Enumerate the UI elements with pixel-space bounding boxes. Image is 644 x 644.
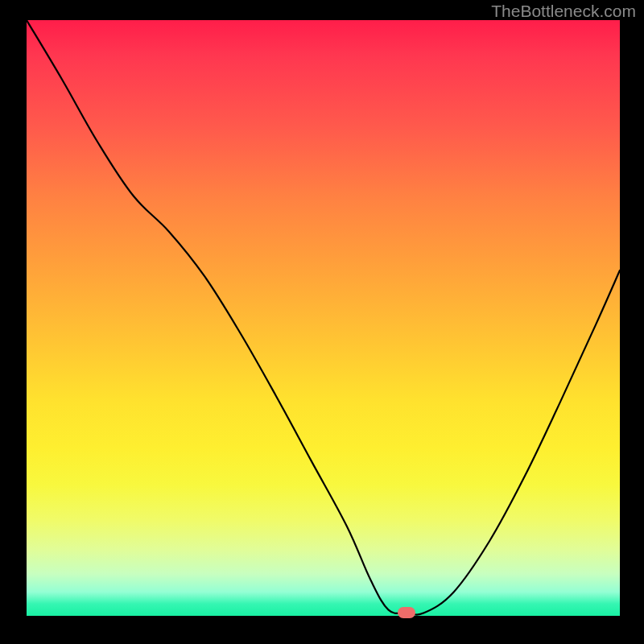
attribution-text: TheBottleneck.com [491, 2, 636, 21]
optimal-point-marker [398, 607, 415, 618]
chart-container: TheBottleneck.com [0, 0, 644, 644]
plot-area [27, 20, 620, 616]
bottleneck-curve [27, 20, 620, 616]
